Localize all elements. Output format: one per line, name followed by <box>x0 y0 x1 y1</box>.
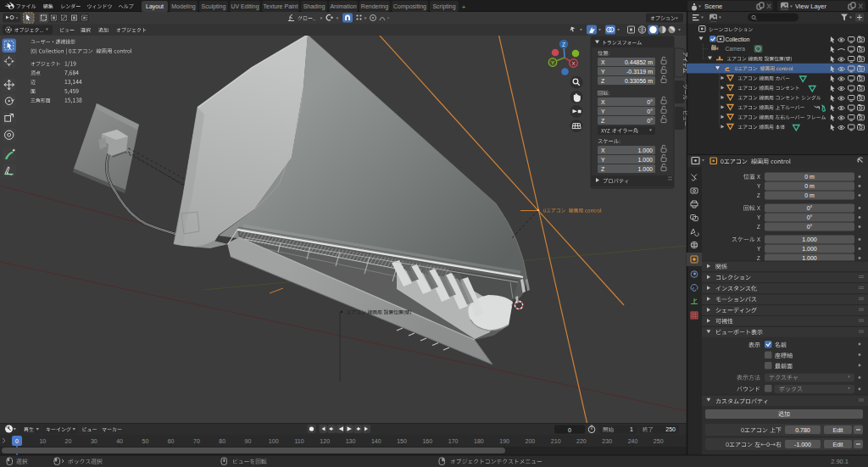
svg-text:Rendering: Rendering <box>361 3 388 10</box>
svg-text:10: 10 <box>39 438 46 444</box>
svg-text:0.44852 m: 0.44852 m <box>625 59 653 65</box>
svg-text:0.780: 0.780 <box>795 427 810 433</box>
svg-text:180: 180 <box>474 438 484 444</box>
svg-text:250: 250 <box>654 438 664 444</box>
svg-text:X: X <box>601 147 605 153</box>
svg-text:1.000: 1.000 <box>802 236 817 242</box>
svg-text:Modeling: Modeling <box>171 3 196 10</box>
svg-text:230: 230 <box>602 438 612 444</box>
svg-text:120: 120 <box>320 438 330 444</box>
svg-text:40: 40 <box>116 438 123 444</box>
svg-text:1.000: 1.000 <box>802 255 817 261</box>
svg-text:Compositing: Compositing <box>393 3 426 10</box>
svg-text:0°: 0° <box>647 99 653 105</box>
svg-text:200: 200 <box>526 438 536 444</box>
svg-text:Y: Y <box>551 60 554 65</box>
svg-text:Scripting: Scripting <box>432 3 455 10</box>
svg-text:Z: Z <box>601 78 605 84</box>
svg-text:Sculpting: Sculpting <box>202 3 226 10</box>
svg-text:0 m: 0 m <box>804 192 815 198</box>
svg-text:0.33056 m: 0.33056 m <box>625 78 653 84</box>
svg-text:0°: 0° <box>647 108 653 114</box>
svg-text:150: 150 <box>397 438 407 444</box>
svg-text:Z: Z <box>601 166 605 172</box>
svg-text:-0.3119 m: -0.3119 m <box>626 69 653 75</box>
svg-text:Z: Z <box>562 42 565 47</box>
svg-text:0°: 0° <box>647 118 653 124</box>
svg-text:240: 240 <box>628 438 638 444</box>
svg-text:Camera: Camera <box>726 46 746 52</box>
svg-text:80: 80 <box>219 438 225 444</box>
svg-text:0: 0 <box>568 427 571 433</box>
svg-text:-1.000: -1.000 <box>794 442 811 448</box>
svg-text:Animation: Animation <box>330 3 356 9</box>
svg-text:90: 90 <box>245 438 252 444</box>
svg-text:Edit: Edit <box>832 427 843 433</box>
svg-text:140: 140 <box>371 438 381 444</box>
svg-text:130: 130 <box>346 438 356 444</box>
svg-text:Shading: Shading <box>303 3 326 10</box>
svg-text:0 m: 0 m <box>804 174 815 180</box>
svg-text:250: 250 <box>665 426 676 432</box>
svg-text:Scene: Scene <box>704 3 722 10</box>
svg-text:Edit: Edit <box>832 442 843 448</box>
svg-text:110: 110 <box>294 438 303 444</box>
svg-text:Z: Z <box>601 118 605 124</box>
svg-text:Y: Y <box>601 108 605 114</box>
svg-text:View Layer: View Layer <box>795 3 826 10</box>
svg-text:1.000: 1.000 <box>637 147 653 153</box>
svg-text:1.000: 1.000 <box>637 166 653 172</box>
svg-text:Collection: Collection <box>726 36 750 42</box>
svg-text:160: 160 <box>422 438 432 444</box>
svg-text:0°: 0° <box>807 224 813 230</box>
svg-text:X: X <box>601 59 605 65</box>
svg-text:20: 20 <box>65 438 72 444</box>
svg-text:+: + <box>462 3 466 11</box>
svg-text:0°: 0° <box>807 214 813 220</box>
svg-text:2.90.1: 2.90.1 <box>831 458 849 465</box>
svg-text:50: 50 <box>142 438 149 444</box>
svg-text:70: 70 <box>193 438 200 444</box>
svg-text:1.000: 1.000 <box>802 246 817 252</box>
svg-text:UV Editing: UV Editing <box>231 3 259 10</box>
svg-text:100: 100 <box>269 438 279 444</box>
svg-text:190: 190 <box>499 438 509 444</box>
svg-text:Layout: Layout <box>146 3 164 10</box>
svg-text:170: 170 <box>448 438 459 444</box>
svg-text:0°: 0° <box>807 205 813 211</box>
svg-text:30: 30 <box>91 438 97 444</box>
svg-text:1: 1 <box>630 426 633 432</box>
svg-text:1.000: 1.000 <box>637 157 653 163</box>
svg-text:Texture Paint: Texture Paint <box>264 3 298 9</box>
svg-text:Y: Y <box>601 157 605 163</box>
svg-text:0: 0 <box>15 438 19 444</box>
svg-text:X: X <box>571 61 575 66</box>
svg-text:210: 210 <box>551 438 561 444</box>
svg-text:Y: Y <box>601 69 605 75</box>
svg-text:X: X <box>601 99 605 105</box>
svg-text:0 m: 0 m <box>804 183 815 189</box>
svg-text:220: 220 <box>576 438 587 444</box>
svg-text:60: 60 <box>168 438 175 444</box>
